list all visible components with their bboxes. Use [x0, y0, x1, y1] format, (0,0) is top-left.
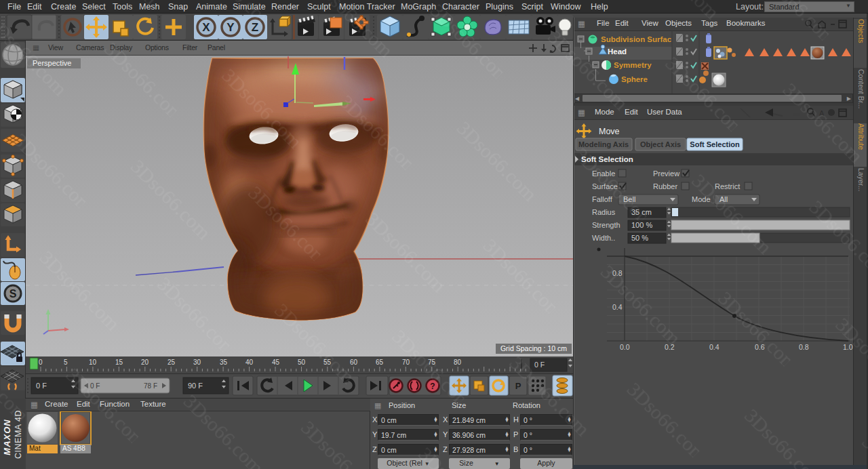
svg-text:40: 40	[245, 359, 254, 366]
svg-text:Rubber: Rubber	[653, 182, 677, 190]
svg-text:Y: Y	[226, 21, 235, 34]
svg-text:Modeling Axis: Modeling Axis	[578, 140, 629, 148]
svg-text:0.2: 0.2	[665, 343, 675, 351]
svg-text:35 cm: 35 cm	[631, 208, 652, 216]
svg-text:0.4: 0.4	[612, 303, 623, 311]
svg-text:Surface: Surface	[592, 182, 618, 190]
svg-text:Z: Z	[252, 21, 258, 34]
svg-text:Bell: Bell	[623, 195, 635, 203]
svg-text:15: 15	[115, 359, 123, 366]
svg-text:1.0: 1.0	[843, 343, 853, 351]
svg-text:Preview: Preview	[653, 169, 679, 178]
svg-text:0 F: 0 F	[36, 382, 47, 390]
svg-text:78 F: 78 F	[144, 382, 157, 390]
svg-text:5: 5	[64, 359, 68, 366]
svg-text:Mode: Mode	[692, 195, 711, 203]
svg-text:65: 65	[376, 359, 384, 366]
svg-text:25: 25	[167, 359, 176, 366]
svg-text:?: ?	[430, 382, 435, 391]
svg-text:35: 35	[220, 359, 228, 366]
svg-text:Strength: Strength	[592, 221, 620, 229]
svg-text:0.0: 0.0	[620, 343, 630, 351]
svg-text:Falloff: Falloff	[592, 195, 613, 203]
svg-text:80: 80	[454, 359, 462, 366]
svg-text:70: 70	[402, 359, 410, 366]
svg-text:0 F: 0 F	[534, 361, 545, 369]
svg-text:Symmetry: Symmetry	[614, 61, 652, 69]
svg-text:Move: Move	[599, 127, 620, 136]
svg-text:100 %: 100 %	[631, 221, 652, 229]
svg-text:55: 55	[323, 359, 332, 366]
svg-text:Soft Selection: Soft Selection	[581, 155, 633, 163]
svg-text:45: 45	[272, 359, 280, 366]
svg-text:Radius: Radius	[592, 208, 616, 216]
svg-text:0: 0	[39, 359, 43, 366]
svg-text:X: X	[202, 21, 210, 34]
svg-text:0.6: 0.6	[755, 343, 765, 351]
svg-text:20: 20	[141, 359, 149, 366]
svg-text:75: 75	[428, 359, 436, 366]
svg-text:Width..: Width..	[592, 234, 615, 242]
svg-text:S: S	[9, 288, 17, 300]
svg-text:50 %: 50 %	[631, 234, 648, 242]
svg-text:0.8: 0.8	[612, 269, 623, 277]
svg-text:All: All	[719, 195, 728, 203]
svg-text:50: 50	[298, 359, 306, 366]
svg-text:Soft Selection: Soft Selection	[690, 140, 740, 148]
svg-text:0.8: 0.8	[799, 343, 809, 351]
svg-text:30: 30	[193, 359, 201, 366]
svg-text:Head: Head	[608, 47, 627, 56]
svg-text:0 F: 0 F	[90, 382, 100, 390]
svg-text:Restrict: Restrict	[715, 182, 740, 190]
svg-text:60: 60	[350, 359, 358, 366]
svg-text:90 F: 90 F	[188, 382, 203, 390]
svg-text:10: 10	[89, 359, 97, 366]
svg-text:P: P	[515, 381, 521, 391]
svg-text:Sphere: Sphere	[621, 75, 648, 83]
svg-text:Subdivision Surfac: Subdivision Surfac	[601, 35, 672, 43]
svg-text:Object Axis: Object Axis	[640, 140, 681, 148]
svg-text:0.4: 0.4	[709, 343, 719, 351]
svg-text:Enable: Enable	[592, 169, 615, 178]
svg-text:A: A	[819, 109, 825, 117]
